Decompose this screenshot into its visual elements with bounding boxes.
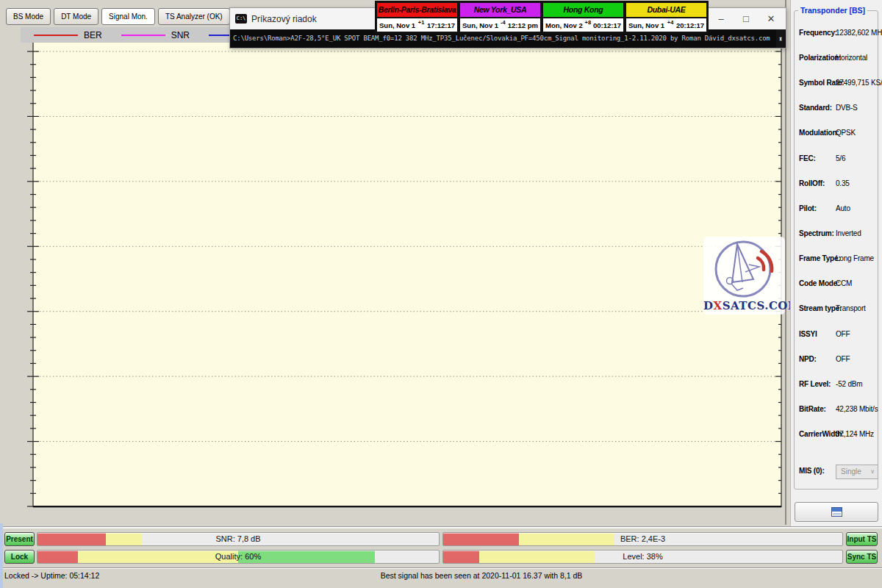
close-button[interactable]: ✕ (759, 8, 783, 29)
field-label: Frequency: (799, 29, 837, 37)
ber-progress-bar: BER: 2,4E-3 (442, 532, 843, 546)
field-value: 0.35 (836, 179, 850, 187)
quality-progress-bar: Quality: 60% (37, 550, 440, 564)
field-label: BitRate: (799, 405, 826, 413)
field-value: Auto (836, 204, 850, 212)
mis-row: MIS (0): Single ∨ (799, 467, 876, 481)
field-label: Frame Type: (799, 254, 841, 262)
mis-select[interactable]: Single ∨ (836, 465, 878, 479)
field-value: QPSK (836, 129, 856, 137)
clock-hong-kong: Hong Kong Mon, Nov 2 +8 00:12:17 (542, 2, 624, 32)
clock-city-label: Hong Kong (543, 3, 623, 18)
clock-datetime: Sun, Nov 1 +1 17:12:17 (377, 18, 457, 32)
field-value: OFF (836, 330, 850, 338)
save-button[interactable] (795, 502, 878, 522)
status-bar: Locked -> Uptime: 05:14:12 Best signal h… (0, 567, 882, 583)
field-label: Polarization: (799, 54, 841, 62)
mis-label: MIS (0): (799, 467, 825, 475)
legend-item-ber: BER (34, 30, 102, 40)
field-value: Inverted (836, 229, 861, 237)
field-label: ISSYI (799, 330, 817, 338)
maximize-button[interactable]: □ (734, 8, 758, 29)
clock-datetime: Sun, Nov 1 -4 12:12 pm (460, 18, 540, 32)
field-label: Spectrum: (799, 229, 834, 237)
legend-item-snr: SNR (121, 30, 190, 40)
save-icon (831, 507, 842, 517)
field-label: Standard: (799, 104, 832, 112)
field-value: -52 dBm (836, 380, 862, 388)
best-signal-status: Best signal has been seen at 2020-11-01 … (0, 571, 882, 580)
panel-separator (0, 526, 882, 528)
level-progress-bar: Level: 38% (442, 550, 843, 564)
mis-selected-value: Single (841, 467, 861, 476)
cmd-window-title: Príkazový riadok (251, 14, 317, 24)
snr-line-swatch (121, 35, 165, 36)
field-label: Modulation: (799, 129, 839, 137)
field-value: Transport (836, 304, 866, 312)
field-label: RF Level: (799, 380, 831, 388)
chevron-down-icon: ∨ (870, 465, 875, 478)
console-scrollbar[interactable]: ▲ ▼ (776, 29, 785, 48)
field-value: CCM (836, 279, 852, 287)
present-indicator-button[interactable]: Present (4, 532, 35, 546)
clock-dubai: Dubai-UAE Sun, Nov 1 +4 20:12:17 (625, 2, 707, 32)
signal-chart (0, 0, 786, 525)
field-label: RollOff: (799, 179, 825, 187)
tab-bs-mode[interactable]: BS Mode (6, 8, 51, 25)
tab-signal-mon[interactable]: Signal Mon. (101, 8, 155, 25)
field-value: DVB-S (836, 104, 858, 112)
legend-label-snr: SNR (171, 30, 190, 40)
logo-wordmark: DXSATCS.COM (703, 299, 785, 312)
field-label: Pilot: (799, 204, 817, 212)
field-value: Long Frame (836, 254, 874, 262)
field-label: Code Mode: (799, 279, 839, 287)
clock-datetime: Sun, Nov 1 +4 20:12:17 (626, 18, 706, 32)
world-clock-bar: Berlin-Paris-Bratislava Sun, Nov 1 +1 17… (375, 1, 709, 34)
snr-progress-bar: SNR: 7,8 dB (37, 532, 440, 546)
dxsatcs-logo: DXSATCS.COM (703, 237, 785, 315)
field-label: NPD: (799, 355, 817, 363)
app-root: { "tabs": [ {"label": "BS Mode", "active… (0, 0, 882, 588)
chart-panel-right-border (785, 0, 786, 525)
minimize-button[interactable]: – (709, 8, 733, 29)
console-command-line: C:\Users\Roman>A2F-28,5°E_UK SPOT BEAM_f… (233, 35, 770, 42)
cmd-icon: C:\ (235, 14, 247, 24)
input-ts-button[interactable]: Input TS (846, 532, 878, 546)
lock-indicator-button[interactable]: Lock (4, 550, 35, 564)
mode-tabs: BS Mode DT Mode Signal Mon. TS Analyzer … (6, 8, 230, 25)
tab-dt-mode[interactable]: DT Mode (54, 8, 98, 25)
tab-ts-analyzer[interactable]: TS Analyzer (OK) (158, 8, 230, 25)
field-value: OFF (836, 355, 850, 363)
scroll-down-icon[interactable]: ▼ (776, 29, 785, 47)
legend-label-ber: BER (84, 30, 102, 40)
transponder-fieldset: Transponder [BS] Frequency:12382,602 MHz… (794, 10, 878, 490)
clock-berlin: Berlin-Paris-Bratislava Sun, Nov 1 +1 17… (376, 2, 458, 32)
clock-new-york: New York_USA Sun, Nov 1 -4 12:12 pm (459, 2, 541, 32)
transponder-sidebar: Transponder [BS] Frequency:12382,602 MHz… (790, 0, 882, 528)
satellite-dish-icon (703, 237, 785, 300)
field-value: 27499,715 KS/s (836, 79, 882, 87)
ber-line-swatch (34, 35, 78, 36)
field-value: 5/6 (836, 154, 845, 162)
clock-city-label: New York_USA (460, 3, 540, 18)
field-value: 12382,602 MHz (836, 29, 882, 37)
field-value: 42,238 Mbit/s (836, 405, 878, 413)
clock-city-label: Dubai-UAE (626, 3, 706, 18)
transponder-title: Transponder [BS] (798, 6, 867, 15)
clock-city-label: Berlin-Paris-Bratislava (377, 3, 457, 18)
window-left-border (0, 523, 3, 588)
field-value: Horizontal (836, 54, 867, 62)
field-value: 37,124 MHz (836, 430, 874, 438)
clock-datetime: Mon, Nov 2 +8 00:12:17 (543, 18, 623, 32)
sync-ts-button[interactable]: Sync TS (846, 550, 878, 564)
field-label: FEC: (799, 154, 816, 162)
